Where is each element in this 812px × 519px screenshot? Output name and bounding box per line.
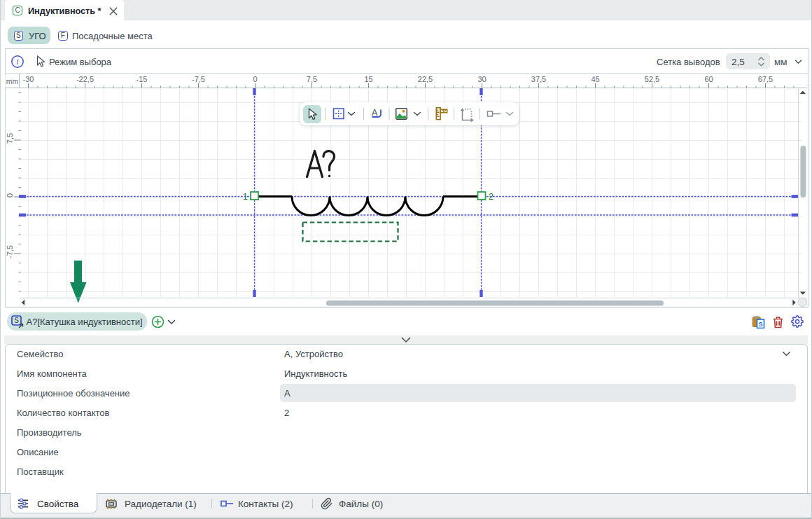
svg-text:15: 15 xyxy=(364,75,372,83)
svg-text:1: 1 xyxy=(243,192,248,202)
svg-text:60: 60 xyxy=(704,75,713,83)
svg-text:-7,5: -7,5 xyxy=(192,75,205,83)
svg-text:7,5: 7,5 xyxy=(307,75,317,83)
svg-text:A: A xyxy=(372,108,378,118)
svg-text:37,5: 37,5 xyxy=(531,75,546,83)
svg-text:30: 30 xyxy=(477,75,486,83)
svg-text:-30: -30 xyxy=(23,75,34,83)
svg-text:22,5: 22,5 xyxy=(418,75,433,83)
svg-text:52,5: 52,5 xyxy=(645,75,659,83)
svg-text:0: 0 xyxy=(253,75,257,83)
svg-text:S: S xyxy=(759,321,763,328)
svg-text:-22,5: -22,5 xyxy=(76,75,94,83)
svg-text:7,5: 7,5 xyxy=(6,133,14,144)
svg-text:67,5: 67,5 xyxy=(758,75,773,83)
svg-text:2: 2 xyxy=(489,192,493,202)
svg-text:S: S xyxy=(14,317,19,324)
svg-text:0: 0 xyxy=(6,193,14,198)
svg-text:mm: mm xyxy=(6,77,19,85)
svg-text:45: 45 xyxy=(591,75,599,83)
svg-text:-7,5: -7,5 xyxy=(6,245,14,258)
svg-text:-15: -15 xyxy=(136,75,148,83)
